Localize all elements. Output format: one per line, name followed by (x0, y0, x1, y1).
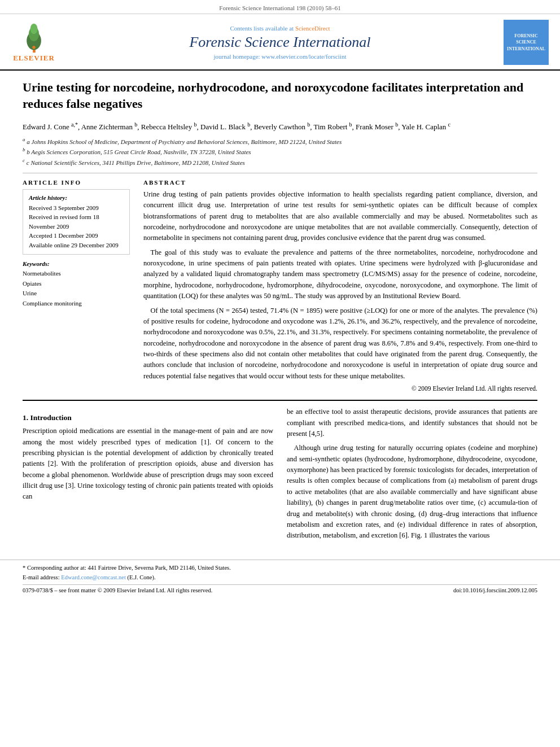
intro-para-right-1: be an effective tool to assist therapeut… (287, 407, 537, 439)
svg-point-3 (30, 23, 37, 33)
journal-title: Forensic Science International (56, 34, 504, 51)
intro-col-right: be an effective tool to assist therapeut… (287, 407, 537, 545)
elsevier-tree-icon (19, 23, 50, 54)
issn-text: 0379-0738/$ – see front matter © 2009 El… (23, 587, 212, 593)
keyword-1: Normetabolites (23, 269, 130, 279)
contents-label: Contents lists available at (230, 25, 294, 32)
intro-para-left-1: Prescription opioid medications are esse… (23, 426, 273, 503)
affiliations: a a Johns Hopkins School of Medicine, De… (23, 136, 537, 167)
divider-2 (23, 400, 537, 401)
abstract-label: ABSTRACT (143, 179, 537, 186)
footnote-2-text: E-mail address: Edward.cone@comcast.net … (23, 574, 156, 580)
history-title: Article history: (29, 194, 124, 201)
intro-heading: 1. Introduction (23, 413, 273, 422)
received-date: Received 3 September 2009 (29, 203, 124, 213)
intro-text-left: Prescription opioid medications are esse… (23, 426, 273, 503)
journal-logo-right: FORENSICSCIENCEINTERNATIONAL (504, 20, 549, 65)
available-date: Available online 29 December 2009 (29, 241, 124, 250)
body-two-col: 1. Introduction Prescription opioid medi… (23, 407, 537, 545)
article-title: Urine testing for norcodeine, norhydroco… (23, 80, 537, 112)
abstract-text: Urine drug testing of pain patients prov… (143, 189, 537, 382)
authors: Edward J. Cone a,*, Anne Zichterman b, R… (23, 120, 537, 133)
affiliation-a: a a Johns Hopkins School of Medicine, De… (23, 136, 537, 146)
abstract-col: ABSTRACT Urine drug testing of pain pati… (143, 179, 537, 392)
footnote-1: * Corresponding author at: 441 Fairtree … (23, 563, 537, 573)
journal-logo-text: FORENSICSCIENCEINTERNATIONAL (507, 33, 545, 52)
authors-text: Edward J. Cone a,*, Anne Zichterman b, R… (23, 123, 450, 131)
intro-para-right-2: Although urine drug testing for naturall… (287, 443, 537, 541)
article-info-abstract: ARTICLE INFO Article history: Received 3… (23, 179, 537, 392)
elsevier-logo: ELSEVIER (11, 23, 56, 63)
keywords-box: Keywords: Normetabolites Opiates Urine C… (23, 260, 130, 308)
article-info-label: ARTICLE INFO (23, 179, 130, 186)
intro-text-right: be an effective tool to assist therapeut… (287, 407, 537, 541)
journal-citation: Forensic Science International 198 (2010… (0, 0, 560, 14)
footer: * Corresponding author at: 441 Fairtree … (0, 560, 560, 596)
svg-point-4 (32, 46, 36, 49)
elsevier-text: ELSEVIER (13, 54, 55, 63)
footer-bottom-bar: 0379-0738/$ – see front matter © 2009 El… (23, 584, 537, 593)
citation-text: Forensic Science International 198 (2010… (219, 5, 340, 11)
main-content: Urine testing for norcodeine, norhydroco… (0, 71, 560, 554)
article-info-col: ARTICLE INFO Article history: Received 3… (23, 179, 130, 392)
abstract-para-1: Urine drug testing of pain patients prov… (143, 189, 537, 244)
intro-col-left: 1. Introduction Prescription opioid medi… (23, 407, 273, 545)
footnote-1-text: * Corresponding author at: 441 Fairtree … (23, 565, 231, 571)
accepted-date: Accepted 1 December 2009 (29, 231, 124, 241)
copyright-line: © 2009 Elsevier Ireland Ltd. All rights … (143, 385, 537, 392)
divider-1 (23, 173, 537, 173)
abstract-para-3: Of the total specimens (N = 2654) tested… (143, 305, 537, 382)
doi-text: doi:10.1016/j.forsciint.2009.12.005 (453, 587, 537, 593)
keyword-2: Opiates (23, 279, 130, 289)
journal-header-center: Contents lists available at ScienceDirec… (56, 25, 504, 60)
sciencedirect-link[interactable]: ScienceDirect (295, 25, 330, 32)
keyword-4: Compliance monitoring (23, 299, 130, 309)
keyword-3: Urine (23, 289, 130, 299)
footnote-2: E-mail address: Edward.cone@comcast.net … (23, 573, 537, 582)
email-link[interactable]: Edward.cone@comcast.net (61, 574, 126, 580)
journal-homepage: journal homepage: www.elsevier.com/locat… (56, 53, 504, 60)
revised-date: Received in revised form 18 November 200… (29, 212, 124, 231)
article-history-box: Article history: Received 3 September 20… (23, 189, 130, 255)
affiliation-b: b b Aegis Sciences Corporation, 515 Grea… (23, 146, 537, 156)
journal-header: ELSEVIER Contents lists available at Sci… (0, 14, 560, 71)
abstract-para-2: The goal of this study was to evaluate t… (143, 247, 537, 302)
page: Forensic Science International 198 (2010… (0, 0, 560, 747)
affiliation-c: c c National Scientific Services, 3411 P… (23, 157, 537, 167)
contents-line: Contents lists available at ScienceDirec… (56, 25, 504, 32)
keywords-title: Keywords: (23, 260, 130, 267)
